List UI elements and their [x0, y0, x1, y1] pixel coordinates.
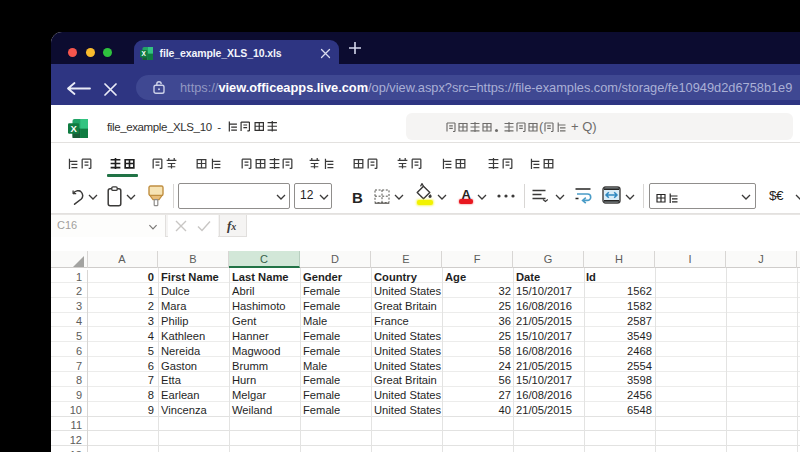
svg-text:X: X: [70, 123, 77, 134]
svg-text:X: X: [141, 49, 146, 56]
